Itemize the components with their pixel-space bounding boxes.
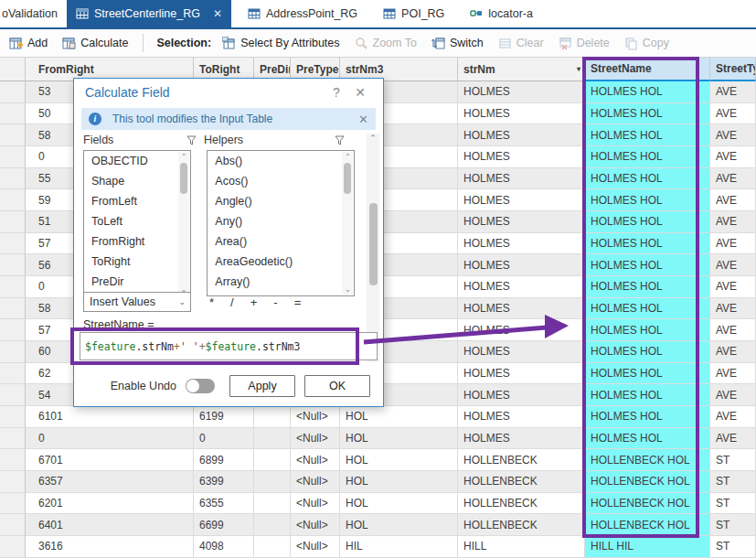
helper-list-item[interactable]: Any() [208, 211, 354, 231]
row-selector-cell[interactable] [0, 471, 26, 493]
operator-button[interactable]: = [294, 295, 302, 309]
row-selector-cell[interactable] [0, 384, 26, 406]
table-row[interactable]: 63576399<Null>HOLHOLLENBECKHOLLENBECK HO… [0, 471, 756, 493]
scroll-up-icon[interactable]: ⌃ [345, 153, 351, 161]
row-selector-cell[interactable] [0, 319, 26, 341]
column-header-label: ToRight [199, 63, 240, 76]
add-field-button[interactable]: Add [4, 34, 53, 53]
helper-list-item[interactable]: Acos() [208, 171, 354, 191]
tab-addresspoint-rg[interactable]: AddressPoint_RG [239, 0, 367, 27]
row-selector-cell[interactable] [0, 211, 26, 233]
insert-values-dropdown[interactable]: Insert Values ⌄ [83, 292, 191, 312]
cell-StreetType: AVE [710, 341, 756, 363]
table-row[interactable]: 36164098<Null>HILHILLHILL HILST [0, 536, 756, 558]
helper-list-item[interactable]: Area() [208, 231, 354, 252]
info-banner-close-icon[interactable]: ✕ [358, 113, 368, 126]
scrollbar-thumb[interactable] [344, 163, 351, 194]
row-selector-cell[interactable] [0, 341, 26, 363]
calculate-field-button[interactable]: Calculate [57, 34, 133, 53]
column-header-strNm[interactable]: strNm▾ [458, 58, 585, 81]
row-selector-cell[interactable] [0, 189, 26, 211]
cell-strNm3: HOL [340, 449, 458, 471]
fields-pane-label: Fields [83, 134, 113, 146]
helper-list-item[interactable]: Array() [208, 272, 354, 292]
delete-selected-icon [559, 37, 572, 50]
helper-list-item[interactable]: AreaGeodetic() [208, 252, 354, 272]
cell-PreType: <Null> [291, 514, 340, 536]
row-selector-cell[interactable] [0, 363, 26, 385]
row-selector-cell[interactable] [0, 81, 26, 103]
fields-filter-icon[interactable] [186, 135, 197, 145]
row-selector-cell[interactable] [0, 103, 26, 125]
select-by-attributes-label: Select By Attributes [240, 37, 339, 49]
cell-FromRight: 3616 [26, 536, 194, 558]
column-header-StreetType[interactable]: StreetType [710, 58, 756, 81]
tab-ovalidation[interactable]: oValidation [0, 0, 67, 27]
row-selector-cell[interactable] [0, 168, 26, 190]
row-selector-cell[interactable] [0, 233, 26, 255]
row-selector-cell[interactable] [0, 514, 26, 536]
table-row[interactable]: 00<Null>HOLHOLMESHOLMES HOLAVE [0, 428, 756, 450]
operator-button[interactable]: + [250, 295, 258, 309]
field-list-item[interactable]: ToLeft [84, 211, 190, 231]
cell-StreetType: AVE [710, 298, 756, 320]
select-by-attributes-button[interactable]: Select By Attributes [217, 34, 345, 53]
scrollbar-thumb[interactable] [180, 163, 187, 194]
expression-input[interactable]: $feature.strNm + ' ' + $feature.strNm3 [80, 332, 378, 360]
dialog-scrollbar[interactable]: ⌃ ⌄ [367, 134, 379, 362]
cell-ToRight: 0 [194, 428, 254, 450]
scroll-up-icon[interactable]: ⌃ [369, 134, 377, 143]
switch-selection-button[interactable]: Switch [426, 34, 489, 53]
row-selector-header [0, 58, 26, 81]
column-header-StreetName[interactable]: StreetName [585, 58, 710, 81]
scroll-up-icon[interactable]: ⌃ [181, 153, 187, 161]
fields-list[interactable]: OBJECTIDShapeFromLeftToLeftFromRightToRi… [83, 150, 191, 296]
row-selector-cell[interactable] [0, 406, 26, 428]
dialog-title-bar[interactable]: Calculate Field ? ✕ [74, 79, 383, 106]
row-selector-cell[interactable] [0, 124, 26, 146]
tab-close-icon[interactable]: ✕ [213, 7, 222, 20]
field-list-item[interactable]: PreDir [84, 272, 190, 292]
tab-streetcenterline-rg[interactable]: StreetCenterline_RG✕ [67, 0, 231, 27]
select-by-attributes-icon [222, 37, 236, 50]
field-list-item[interactable]: ToRight [84, 252, 190, 272]
operator-button[interactable]: - [273, 295, 277, 309]
helpers-list[interactable]: Abs()Acos()Angle()Any()Area()AreaGeodeti… [207, 150, 355, 296]
row-selector-cell[interactable] [0, 146, 26, 168]
table-row[interactable]: 61016199<Null>HOLHOLMESHOLMES HOLAVE [0, 406, 756, 428]
help-icon[interactable]: ? [325, 85, 348, 100]
cell-strNm: HOLMES [458, 363, 585, 385]
row-selector-cell[interactable] [0, 536, 26, 558]
enable-undo-toggle[interactable] [186, 379, 215, 393]
switch-selection-label: Switch [450, 37, 484, 49]
helpers-filter-icon[interactable] [335, 135, 345, 145]
field-list-item[interactable]: FromLeft [84, 191, 190, 211]
dialog-scrollbar-thumb[interactable] [369, 203, 378, 285]
field-list-item[interactable]: FromRight [84, 231, 190, 252]
row-selector-cell[interactable] [0, 298, 26, 320]
table-row[interactable]: 62016355<Null>HOLHOLLENBECKHOLLENBECK HO… [0, 493, 756, 515]
clear-selection-icon [498, 37, 512, 50]
helpers-list-scrollbar[interactable]: ⌃⌄ [342, 152, 353, 295]
row-selector-cell[interactable] [0, 449, 26, 471]
operator-button[interactable]: * [209, 295, 214, 309]
field-list-item[interactable]: OBJECTID [84, 151, 190, 171]
tab-locator-a[interactable]: locator-a [461, 0, 542, 27]
ok-button[interactable]: OK [304, 375, 370, 397]
row-selector-cell[interactable] [0, 493, 26, 515]
cell-StreetType: AVE [710, 146, 756, 168]
tab-poi-rg[interactable]: POI_RG [374, 0, 453, 27]
helper-list-item[interactable]: Abs() [208, 151, 354, 171]
sort-indicator-icon[interactable]: ▾ [577, 65, 580, 73]
helper-list-item[interactable]: Angle() [208, 191, 354, 211]
row-selector-cell[interactable] [0, 428, 26, 450]
close-icon[interactable]: ✕ [348, 85, 372, 100]
row-selector-cell[interactable] [0, 254, 26, 276]
apply-button[interactable]: Apply [229, 375, 295, 397]
table-row[interactable]: 64016699<Null>HOLHOLLENBECKHOLLENBECK HO… [0, 514, 756, 536]
row-selector-cell[interactable] [0, 276, 26, 298]
fields-list-scrollbar[interactable]: ⌃⌄ [178, 152, 189, 295]
operator-button[interactable]: / [230, 295, 234, 309]
table-row[interactable]: 67016899<Null>HOLHOLLENBECKHOLLENBECK HO… [0, 449, 756, 471]
field-list-item[interactable]: Shape [84, 171, 190, 191]
